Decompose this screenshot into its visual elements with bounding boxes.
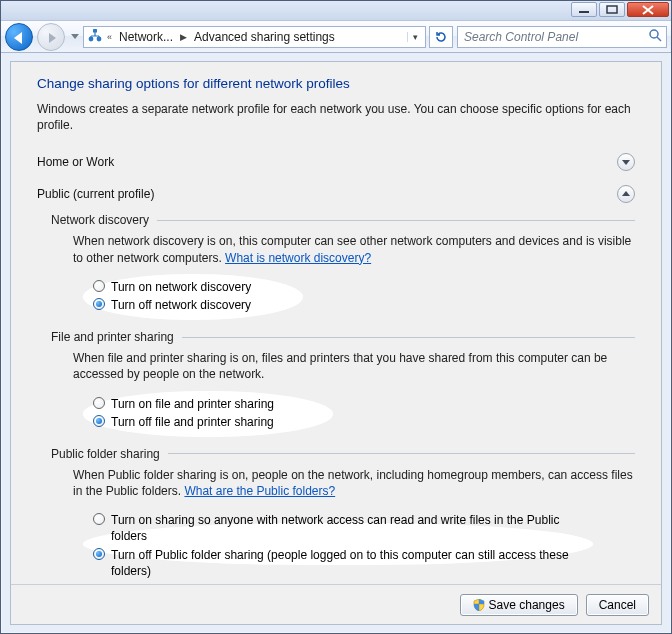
minimize-button[interactable] [571,2,597,17]
search-icon [648,28,662,45]
radio-icon [93,280,105,292]
radio-pub-off[interactable]: Turn off Public folder sharing (people l… [93,546,583,580]
radio-icon [93,298,105,310]
group-network-discovery: Network discovery When network discovery… [51,213,635,320]
save-changes-button[interactable]: Save changes [460,594,578,616]
radio-netdisc-off[interactable]: Turn off network discovery [93,296,293,314]
footer-bar: Save changes Cancel [11,584,661,624]
close-button[interactable] [627,2,669,17]
svg-line-6 [657,37,661,41]
navigation-bar: « Network... ▶ Advanced sharing settings… [1,21,671,53]
breadcrumb-advanced-sharing[interactable]: Advanced sharing settings [190,30,339,44]
chevron-down-icon[interactable] [617,153,635,171]
svg-point-3 [97,37,102,42]
group-header: File and printer sharing [51,330,635,344]
group-header: Network discovery [51,213,635,227]
page-title: Change sharing options for different net… [37,76,635,91]
divider [182,337,635,338]
radio-fps-on[interactable]: Turn on file and printer sharing [93,395,323,413]
profile-home-or-work[interactable]: Home or Work [37,149,635,175]
profile-label: Home or Work [37,155,617,169]
cancel-button[interactable]: Cancel [586,594,649,616]
profile-public[interactable]: Public (current profile) [37,181,635,207]
group-description: When Public folder sharing is on, people… [73,467,635,499]
radio-icon [93,397,105,409]
group-file-printer-sharing: File and printer sharing When file and p… [51,330,635,437]
divider [168,453,635,454]
chevron-up-icon[interactable] [617,185,635,203]
svg-point-5 [650,30,658,38]
group-header: Public folder sharing [51,447,635,461]
title-bar [1,1,671,21]
group-title: Network discovery [51,213,149,227]
group-title: File and printer sharing [51,330,174,344]
group-description: When file and printer sharing is on, fil… [73,350,635,382]
radio-icon [93,513,105,525]
forward-button[interactable] [37,23,65,51]
refresh-button[interactable] [429,26,453,48]
scroll-area[interactable]: Change sharing options for different net… [11,62,661,584]
group-title: Public folder sharing [51,447,160,461]
svg-point-2 [89,37,94,42]
radio-icon [93,548,105,560]
svg-rect-1 [607,6,617,13]
address-bar[interactable]: « Network... ▶ Advanced sharing settings… [83,26,426,48]
group-public-folder-sharing: Public folder sharing When Public folder… [51,447,635,584]
svg-rect-4 [93,29,97,33]
group-description: When network discovery is on, this compu… [73,233,635,265]
search-box[interactable] [457,26,667,48]
chevron-right-icon: ▶ [177,32,190,42]
network-icon [86,27,104,46]
window-controls [571,2,669,17]
help-link-public-folders[interactable]: What are the Public folders? [184,484,335,498]
page-intro: Windows creates a separate network profi… [37,101,635,133]
profile-label: Public (current profile) [37,187,617,201]
radio-pub-on[interactable]: Turn on sharing so anyone with network a… [93,511,583,545]
radio-icon [93,415,105,427]
history-dropdown-icon[interactable] [69,29,79,45]
help-link-network-discovery[interactable]: What is network discovery? [225,251,371,265]
chevron-left-icon: « [104,32,115,42]
shield-icon [473,599,485,611]
back-button[interactable] [5,23,33,51]
control-panel-window: « Network... ▶ Advanced sharing settings… [0,0,672,634]
maximize-button[interactable] [599,2,625,17]
breadcrumb-network[interactable]: Network... [115,30,177,44]
search-input[interactable] [462,29,644,45]
content-panel: Change sharing options for different net… [10,61,662,625]
address-dropdown-icon[interactable]: ▾ [407,32,423,42]
divider [157,220,635,221]
radio-netdisc-on[interactable]: Turn on network discovery [93,278,293,296]
radio-fps-off[interactable]: Turn off file and printer sharing [93,413,323,431]
